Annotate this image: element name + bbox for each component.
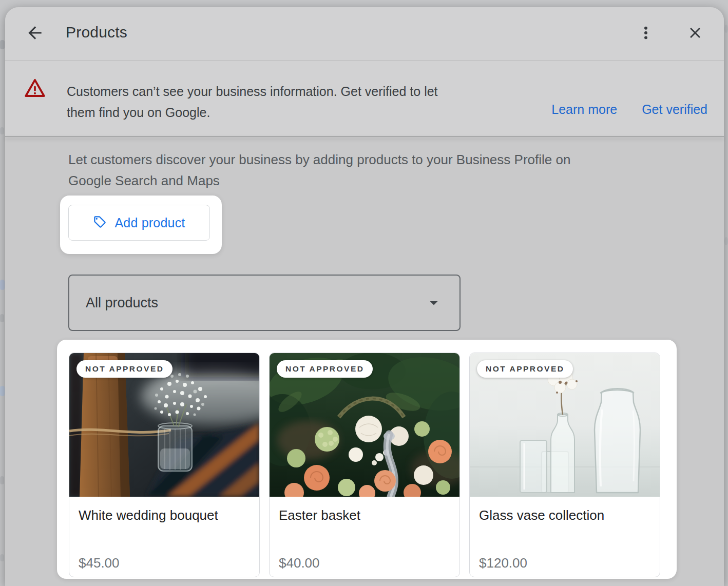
- background-page-fragment: [0, 280, 5, 290]
- product-card[interactable]: NOT APPROVED Glass vase collection $120.…: [469, 353, 660, 577]
- page-title: Products: [66, 24, 127, 41]
- product-image: NOT APPROVED: [270, 353, 459, 497]
- intro-line-1: Let customers discover your business by …: [68, 149, 570, 170]
- background-page-fragment: [0, 554, 4, 561]
- banner-links: Learn more Get verified: [551, 102, 707, 117]
- intro-text: Let customers discover your business by …: [68, 149, 570, 191]
- intro-line-2: Google Search and Maps: [68, 170, 570, 191]
- background-page-fragment: [0, 40, 5, 49]
- get-verified-link[interactable]: Get verified: [642, 102, 707, 117]
- product-price: $120.00: [479, 555, 650, 571]
- product-name: Glass vase collection: [479, 507, 650, 523]
- background-page-fragment: [0, 386, 5, 396]
- status-badge: NOT APPROVED: [76, 360, 173, 378]
- warning-triangle-icon: [24, 77, 46, 100]
- arrow-left-icon: [25, 23, 45, 43]
- background-page-fragment: [0, 127, 4, 134]
- status-badge: NOT APPROVED: [277, 360, 373, 378]
- product-name: Easter basket: [279, 507, 450, 523]
- product-price: $45.00: [79, 555, 250, 571]
- product-image: NOT APPROVED: [69, 353, 259, 497]
- verification-banner-text: Customers can’t see your business inform…: [67, 81, 438, 123]
- product-card[interactable]: NOT APPROVED White wedding bouquet $45.0…: [69, 353, 260, 577]
- filter-selected-value: All products: [86, 295, 158, 311]
- price-tag-icon: [93, 215, 107, 230]
- banner-line-1: Customers can’t see your business inform…: [67, 81, 438, 102]
- product-price: $40.00: [279, 555, 450, 571]
- status-badge: NOT APPROVED: [477, 360, 573, 378]
- product-card-list: NOT APPROVED White wedding bouquet $45.0…: [69, 353, 660, 577]
- banner-line-2: them find you on Google.: [67, 102, 438, 123]
- screen: Products Customers can’t see your busine…: [0, 0, 728, 586]
- learn-more-link[interactable]: Learn more: [551, 102, 617, 117]
- header-divider: [5, 61, 724, 61]
- back-button[interactable]: [24, 22, 46, 44]
- background-page-fragment: [724, 237, 728, 245]
- background-page-fragment: [0, 476, 4, 484]
- add-product-button[interactable]: Add product: [68, 205, 210, 241]
- background-page-fragment: [0, 314, 4, 322]
- banner-divider: [5, 136, 724, 137]
- close-button[interactable]: [684, 22, 706, 44]
- dropdown-caret-icon: [425, 294, 443, 312]
- product-name: White wedding bouquet: [79, 507, 250, 523]
- add-product-label: Add product: [114, 216, 185, 230]
- more-options-button[interactable]: [635, 22, 657, 44]
- background-page-fragment: [724, 25, 728, 33]
- kebab-menu-icon: [637, 24, 655, 42]
- products-filter-dropdown[interactable]: All products: [68, 275, 461, 331]
- product-card[interactable]: NOT APPROVED Easter basket $40.00: [269, 353, 460, 577]
- product-image: NOT APPROVED: [470, 353, 660, 497]
- close-icon: [686, 24, 704, 42]
